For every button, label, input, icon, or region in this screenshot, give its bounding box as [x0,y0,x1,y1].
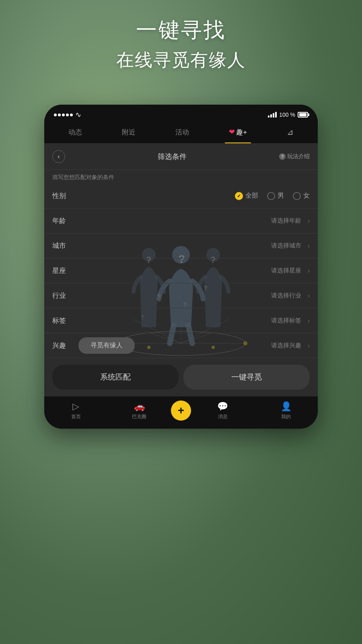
gender-options: 全部 男 女 [74,192,310,200]
interest-row[interactable]: 兴趣 寻觅有缘人 请选择兴趣 › [44,333,318,358]
bottom-nav: ▷ 首页 🚗 巴克圈 + 💬 消息 👤 我的 [44,396,318,429]
help-label: 玩法介绍 [287,153,310,160]
match-button[interactable]: 系统匹配 [52,365,179,390]
tag-label: 标签 [52,316,74,325]
bakequan-label: 巴克圈 [132,413,146,420]
filter-modal: ‹ 筛选条件 ? 玩法介绍 填写您想匹配对象的条件 [44,144,318,396]
heart-icon: ❤ [229,128,235,136]
interest-chevron: › [308,342,310,349]
gender-male-option[interactable]: 男 [267,192,284,200]
battery-icon [298,112,308,118]
messages-label: 消息 [218,413,228,420]
filter-body: ? ? ? ? ? ? ? 性别 全部 [44,184,318,358]
tab-fujin[interactable]: 附近 [118,126,140,138]
profile-label: 我的 [281,413,291,420]
tab-dongtai[interactable]: 动态 [64,126,86,138]
filter-icon: ⊿ [287,128,294,136]
industry-chevron: › [308,292,310,299]
help-icon: ? [279,153,286,160]
signal-dots [54,114,73,116]
tag-placeholder: 请选择标签 [271,317,301,324]
modal-title: 筛选条件 [158,152,187,161]
wifi-icon: ∿ [75,110,81,119]
tab-filter[interactable]: ⊿ [283,126,298,138]
city-chevron: › [308,242,310,250]
nav-add-button[interactable]: + [171,400,191,421]
bakequan-icon: 🚗 [134,401,145,412]
help-link[interactable]: ? 玩法介绍 [279,153,310,160]
city-content: 请选择城市 › [74,242,310,250]
message-icon: 💬 [217,401,228,412]
headline-line2: 在线寻觅有缘人 [0,48,362,72]
nav-tabs: 动态 附近 活动 ❤ 趣+ ⊿ [44,122,318,144]
gender-male-label: 男 [278,192,284,200]
profile-icon: 👤 [281,401,292,412]
headline-line1: 一键寻找 [0,16,362,44]
nav-profile[interactable]: 👤 我的 [255,401,318,420]
age-chevron: › [308,217,310,225]
radio-male [267,192,275,200]
tag-chevron: › [308,317,310,324]
age-row[interactable]: 年龄 请选择年龄 › [44,208,318,233]
modal-subtitle: 填写您想匹配对象的条件 [44,170,318,184]
star-placeholder: 请选择星座 [271,267,301,275]
star-content: 请选择星座 › [74,267,310,275]
industry-row[interactable]: 行业 请选择行业 › [44,283,318,308]
interest-content: 寻觅有缘人 请选择兴趣 › [74,337,310,354]
back-button[interactable]: ‹ [52,150,65,163]
star-chevron: › [308,267,310,275]
gender-all-label: 全部 [245,192,258,200]
tab-qu-content: ❤ 趣+ [229,128,247,137]
tag-content: 请选择标签 › [74,317,310,324]
tab-qu[interactable]: ❤ 趣+ [225,126,251,138]
radio-female [293,192,301,200]
tab-huodong[interactable]: 活动 [171,126,193,138]
tag-row[interactable]: 标签 请选择标签 › [44,308,318,333]
age-placeholder: 请选择年龄 [271,217,301,225]
nav-home[interactable]: ▷ 首页 [44,401,108,420]
industry-placeholder: 请选择行业 [271,292,301,299]
star-row[interactable]: 星座 请选择星座 › [44,258,318,283]
city-label: 城市 [52,241,74,250]
modal-header: ‹ 筛选条件 ? 玩法介绍 [44,144,318,170]
interest-tag-button[interactable]: 寻觅有缘人 [78,337,135,354]
phone-frame: ∿ 100 % 动态 附近 活动 ❤ 趣 [44,105,318,429]
industry-label: 行业 [52,291,74,300]
top-text-section: 一键寻找 在线寻觅有缘人 [0,16,362,72]
age-content: 请选择年龄 › [74,217,310,225]
interest-label: 兴趣 [52,341,74,350]
star-label: 星座 [52,266,74,275]
gender-row: 性别 全部 男 女 [44,184,318,208]
status-left: ∿ [54,110,81,119]
home-label: 首页 [71,413,81,420]
gender-female-option[interactable]: 女 [293,192,310,200]
search-button[interactable]: 一键寻觅 [183,365,310,390]
add-icon: + [178,404,184,417]
gender-all-option[interactable]: 全部 [235,192,258,200]
nav-bakequan[interactable]: 🚗 巴克圈 [108,401,171,420]
bottom-buttons: 系统匹配 一键寻觅 [44,358,318,396]
radio-all [235,192,243,200]
battery-percent: 100 % [279,111,295,118]
gender-label: 性别 [52,191,74,200]
age-label: 年龄 [52,216,74,225]
nav-messages[interactable]: 💬 消息 [191,401,255,420]
status-right: 100 % [268,111,308,118]
interest-placeholder: 请选择兴趣 [271,342,301,349]
home-icon: ▷ [72,401,79,412]
status-bar: ∿ 100 % [44,105,318,122]
city-row[interactable]: 城市 请选择城市 › [44,233,318,258]
gender-female-label: 女 [303,192,310,200]
city-placeholder: 请选择城市 [271,242,301,250]
industry-content: 请选择行业 › [74,292,310,299]
cellular-bars [268,112,277,118]
